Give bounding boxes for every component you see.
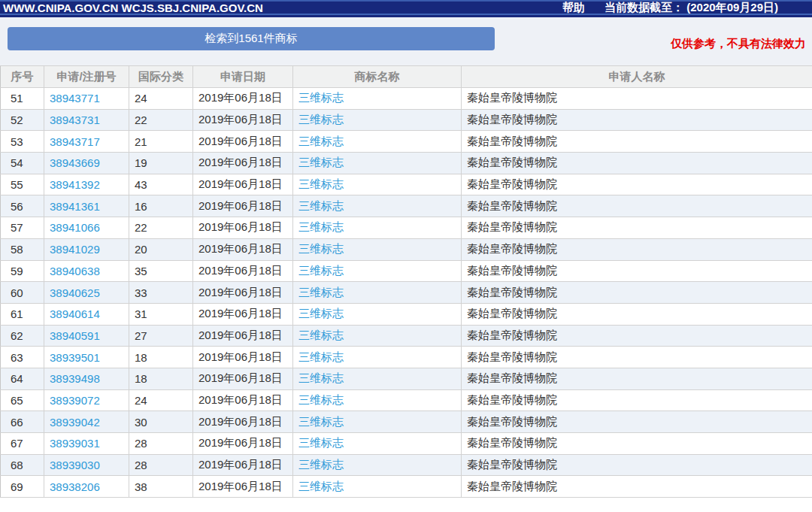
disclaimer-text: 仅供参考，不具有法律效力: [671, 37, 806, 51]
cell-intl-class: 43: [129, 174, 193, 195]
trademark-name-link[interactable]: 三维标志: [298, 458, 344, 471]
cell-serial-no: 61: [1, 303, 44, 325]
cell-intl-class: 38: [129, 476, 193, 498]
registration-number-link[interactable]: 38939031: [50, 437, 100, 450]
cell-application-date: 2019年06月18日: [193, 389, 293, 411]
trademark-name-link[interactable]: 三维标志: [298, 264, 344, 277]
registration-number-link[interactable]: 38940625: [50, 286, 100, 299]
cell-serial-no: 56: [1, 195, 44, 217]
topbar: WWW.CNIPA.GOV.CN WCJS.SBJ.CNIPA.GOV.CN 帮…: [0, 0, 812, 17]
cell-intl-class: 30: [129, 411, 193, 433]
cell-applicant-name: 秦始皇帝陵博物院: [462, 153, 812, 174]
registration-number-link[interactable]: 38940638: [50, 265, 100, 277]
cell-applicant-name: 秦始皇帝陵博物院: [462, 368, 812, 389]
trademark-name-link[interactable]: 三维标志: [298, 286, 344, 298]
registration-number-link[interactable]: 38938206: [50, 480, 100, 493]
trademark-name-link[interactable]: 三维标志: [298, 91, 344, 104]
cell-intl-class: 31: [129, 303, 193, 325]
header-applicant-name: 申请人名称: [462, 66, 812, 88]
cell-intl-class: 20: [129, 238, 193, 260]
registration-number-link[interactable]: 38939042: [50, 416, 100, 429]
cell-applicant-name: 秦始皇帝陵博物院: [462, 217, 812, 239]
trademark-name-link[interactable]: 三维标志: [298, 480, 344, 492]
cell-applicant-name: 秦始皇帝陵博物院: [462, 238, 812, 260]
table-row: 51 38943771 24 2019年06月18日 三维标志 秦始皇帝陵博物院: [1, 88, 812, 110]
cell-application-date: 2019年06月18日: [193, 411, 293, 433]
registration-number-link[interactable]: 38940591: [50, 329, 100, 342]
cell-serial-no: 53: [1, 131, 44, 153]
cell-applicant-name: 秦始皇帝陵博物院: [462, 476, 812, 498]
table-row: 64 38939498 18 2019年06月18日 三维标志 秦始皇帝陵博物院: [1, 368, 812, 389]
cell-applicant-name: 秦始皇帝陵博物院: [462, 109, 812, 131]
registration-number-link[interactable]: 38943731: [50, 114, 100, 126]
cell-serial-no: 54: [1, 153, 44, 174]
registration-number-link[interactable]: 38939501: [50, 351, 100, 364]
trademark-name-link[interactable]: 三维标志: [298, 371, 344, 384]
header-intl-class: 国际分类: [129, 66, 193, 88]
table-row: 53 38943717 21 2019年06月18日 三维标志 秦始皇帝陵博物院: [1, 131, 812, 153]
cell-application-date: 2019年06月18日: [193, 282, 293, 304]
trademark-name-link[interactable]: 三维标志: [298, 113, 344, 126]
header-registration-no: 申请/注册号: [44, 66, 129, 88]
trademark-name-link[interactable]: 三维标志: [298, 242, 344, 255]
registration-number-link[interactable]: 38939498: [50, 372, 100, 385]
cell-applicant-name: 秦始皇帝陵博物院: [462, 411, 812, 433]
registration-number-link[interactable]: 38941392: [50, 178, 100, 191]
cell-serial-no: 66: [1, 411, 44, 433]
cell-serial-no: 59: [1, 260, 44, 282]
registration-number-link[interactable]: 38939072: [50, 394, 100, 407]
cell-serial-no: 62: [1, 325, 44, 347]
registration-number-link[interactable]: 38939030: [50, 459, 100, 471]
trademark-name-link[interactable]: 三维标志: [298, 135, 344, 147]
cell-applicant-name: 秦始皇帝陵博物院: [462, 88, 812, 110]
cell-intl-class: 18: [129, 368, 193, 389]
table-row: 52 38943731 22 2019年06月18日 三维标志 秦始皇帝陵博物院: [1, 109, 812, 131]
cell-application-date: 2019年06月18日: [193, 217, 293, 239]
registration-number-link[interactable]: 38941361: [50, 200, 100, 213]
cell-serial-no: 55: [1, 174, 44, 195]
cell-application-date: 2019年06月18日: [193, 260, 293, 282]
cell-intl-class: 27: [129, 325, 193, 347]
trademark-name-link[interactable]: 三维标志: [298, 393, 344, 406]
registration-number-link[interactable]: 38943771: [50, 92, 100, 105]
cell-applicant-name: 秦始皇帝陵博物院: [462, 282, 812, 304]
registration-number-link[interactable]: 38943717: [50, 135, 100, 148]
data-cutoff-value: (2020年09月29日): [686, 1, 778, 14]
help-link[interactable]: 帮助: [562, 1, 585, 15]
trademark-name-link[interactable]: 三维标志: [298, 436, 344, 449]
cell-serial-no: 69: [1, 476, 44, 498]
cell-application-date: 2019年06月18日: [193, 325, 293, 347]
cell-applicant-name: 秦始皇帝陵博物院: [462, 195, 812, 217]
trademark-name-link[interactable]: 三维标志: [298, 177, 344, 190]
table-row: 69 38938206 38 2019年06月18日 三维标志 秦始皇帝陵博物院: [1, 476, 812, 498]
trademark-name-link[interactable]: 三维标志: [298, 415, 344, 428]
cell-application-date: 2019年06月18日: [193, 238, 293, 260]
cell-application-date: 2019年06月18日: [193, 153, 293, 174]
table-row: 66 38939042 30 2019年06月18日 三维标志 秦始皇帝陵博物院: [1, 411, 812, 433]
result-count-button[interactable]: 检索到1561件商标: [8, 27, 495, 50]
trademark-name-link[interactable]: 三维标志: [298, 307, 344, 320]
table-row: 56 38941361 16 2019年06月18日 三维标志 秦始皇帝陵博物院: [1, 195, 812, 217]
registration-number-link[interactable]: 38943669: [50, 156, 100, 169]
trademark-name-link[interactable]: 三维标志: [298, 199, 344, 212]
trademark-name-link[interactable]: 三维标志: [298, 329, 344, 341]
cell-intl-class: 35: [129, 260, 193, 282]
cell-serial-no: 52: [1, 109, 44, 131]
trademark-name-link[interactable]: 三维标志: [298, 220, 344, 233]
cell-application-date: 2019年06月18日: [193, 109, 293, 131]
registration-number-link[interactable]: 38940614: [50, 308, 100, 320]
trademark-name-link[interactable]: 三维标志: [298, 156, 344, 168]
trademark-name-link[interactable]: 三维标志: [298, 350, 344, 363]
table-row: 67 38939031 28 2019年06月18日 三维标志 秦始皇帝陵博物院: [1, 433, 812, 455]
registration-number-link[interactable]: 38941029: [50, 243, 100, 256]
cell-application-date: 2019年06月18日: [193, 433, 293, 455]
registration-number-link[interactable]: 38941066: [50, 221, 100, 234]
table-row: 65 38939072 24 2019年06月18日 三维标志 秦始皇帝陵博物院: [1, 389, 812, 411]
table-row: 59 38940638 35 2019年06月18日 三维标志 秦始皇帝陵博物院: [1, 260, 812, 282]
header-trademark-name: 商标名称: [293, 66, 462, 88]
cell-applicant-name: 秦始皇帝陵博物院: [462, 454, 812, 476]
cell-intl-class: 21: [129, 131, 193, 153]
cell-serial-no: 65: [1, 389, 44, 411]
cell-application-date: 2019年06月18日: [193, 303, 293, 325]
cell-applicant-name: 秦始皇帝陵博物院: [462, 131, 812, 153]
